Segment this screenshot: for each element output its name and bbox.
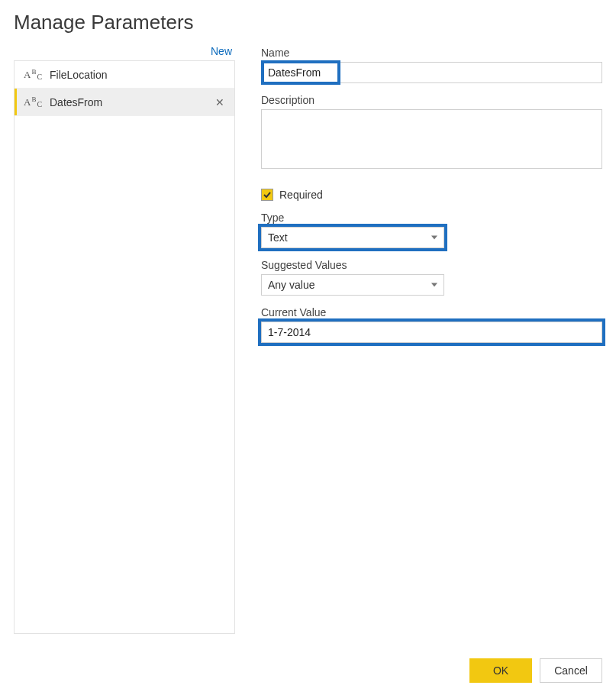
parameter-item-label: DatesFrom bbox=[50, 96, 213, 108]
parameter-list: ABC FileLocation ABC DatesFrom ✕ bbox=[14, 60, 235, 634]
text-type-icon: ABC bbox=[24, 70, 42, 79]
manage-parameters-dialog: Manage Parameters New ABC FileLocation A… bbox=[0, 0, 616, 695]
required-label: Required bbox=[279, 189, 323, 201]
chevron-down-icon bbox=[431, 283, 437, 287]
dialog-content: New ABC FileLocation ABC DatesFrom ✕ bbox=[14, 45, 602, 634]
new-parameter-link[interactable]: New bbox=[211, 45, 232, 57]
dialog-footer: OK Cancel bbox=[14, 634, 602, 683]
new-parameter-row: New bbox=[14, 45, 235, 60]
ok-button[interactable]: OK bbox=[469, 658, 532, 683]
type-label: Type bbox=[261, 212, 602, 224]
name-input[interactable] bbox=[261, 62, 602, 83]
cancel-button[interactable]: Cancel bbox=[540, 658, 602, 683]
text-type-icon: ABC bbox=[24, 97, 42, 107]
suggested-values-select-value: Any value bbox=[268, 279, 314, 291]
parameter-form: Name Description Required Type Text bbox=[261, 45, 602, 634]
parameter-item-datesfrom[interactable]: ABC DatesFrom ✕ bbox=[15, 89, 234, 116]
delete-parameter-icon[interactable]: ✕ bbox=[213, 96, 227, 108]
current-value-label: Current Value bbox=[261, 306, 602, 318]
checkmark-icon bbox=[263, 190, 272, 199]
current-value-input[interactable] bbox=[261, 322, 602, 343]
required-checkbox[interactable] bbox=[261, 189, 273, 201]
parameter-list-panel: New ABC FileLocation ABC DatesFrom ✕ bbox=[14, 45, 235, 634]
type-select[interactable]: Text bbox=[261, 227, 444, 248]
dialog-title: Manage Parameters bbox=[14, 11, 602, 34]
required-row: Required bbox=[261, 189, 602, 201]
description-input[interactable] bbox=[261, 109, 602, 169]
suggested-values-label: Suggested Values bbox=[261, 259, 602, 271]
name-field-wrap bbox=[261, 62, 602, 83]
parameter-item-filelocation[interactable]: ABC FileLocation bbox=[15, 61, 234, 89]
suggested-values-select[interactable]: Any value bbox=[261, 274, 444, 296]
name-label: Name bbox=[261, 47, 602, 59]
type-select-value: Text bbox=[268, 231, 288, 244]
chevron-down-icon bbox=[431, 236, 437, 240]
parameter-item-label: FileLocation bbox=[50, 69, 227, 81]
description-label: Description bbox=[261, 94, 602, 106]
